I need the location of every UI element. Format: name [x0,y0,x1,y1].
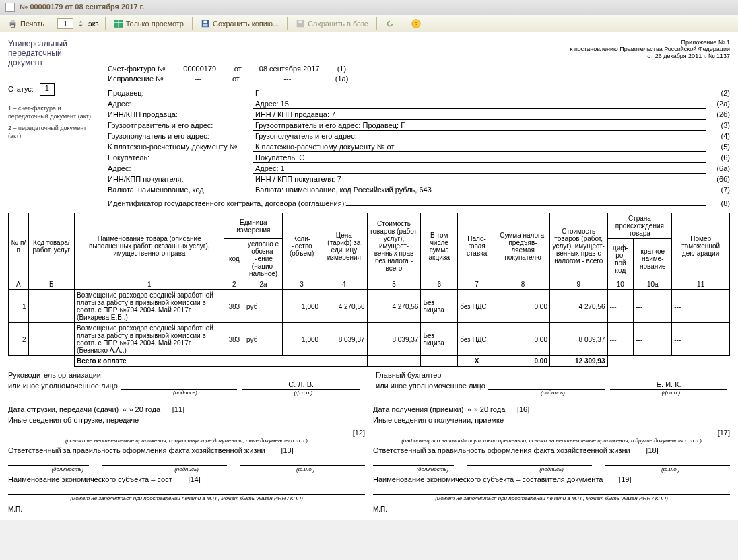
view-only-button[interactable]: Только просмотр [110,18,188,30]
document-body: Универсальный передаточный документ Стат… [0,32,738,520]
save-copy-label: Сохранить копию... [213,20,279,28]
col-excise: В том числе сумма акциза [421,213,458,279]
app-icon [5,3,15,12]
accountant-signature [488,380,605,390]
view-only-label: Только просмотр [126,20,184,28]
buyer-inn-value: ИНН / КПП покупателя: 7 [253,175,706,184]
paydoc-label: К платежно-расчетному документу № [108,143,253,151]
col-rate: Нало- говая ставка [458,213,496,279]
col-price: Цена (тариф) за единицу измерения [321,213,367,279]
col-code: Код товара/ работ, услуг [28,213,74,279]
seller-value: Г [253,89,706,98]
window-titlebar: № 00000179 от 08 сентября 2017 г. [0,0,738,15]
col-tax: Сумма налога, предъяв- ляемая покупателю [496,213,550,279]
seller-label: Продавец: [108,89,253,97]
status-value: 1 [40,83,55,96]
save-copy-button[interactable]: Сохранить копию... [197,18,283,30]
head-signature [121,380,238,390]
refresh-button[interactable] [381,18,399,30]
col-nn: № п/п [9,213,29,279]
currency-label: Валюта: наименование, код [108,186,253,194]
address-value: Адрес: 15 [253,100,706,109]
contract-label: Идентификатор государственного контракта… [108,199,346,207]
invoice-no-label: Счет-фактура № [108,65,166,73]
help-icon: ? [411,19,421,28]
col-decl: Номер таможенной декларации [672,213,730,279]
buyer-value: Покупатель: С [253,153,706,163]
ekz-label: экз. [88,20,101,28]
diskette-icon [201,19,210,28]
paydoc-value: К платежно-расчетному документу № от [253,143,706,152]
print-label: Печать [20,20,44,28]
invoice-no-value: 00000179 [170,65,230,73]
buyer-inn-label: ИНН/КПП покупателя: [108,175,253,183]
spinner-up-down-icon[interactable] [76,19,86,28]
invoice-date: 08 сентября 2017 [246,65,333,73]
col-qty: Коли- чество (объем) [283,213,321,279]
currency-value: Валюта: наименование, код Российский руб… [253,186,706,195]
accountant-title: Главный бухгалтер [376,371,730,379]
left-sidebar: Универсальный передаточный документ Стат… [8,39,102,207]
diskette-db-icon [296,19,305,28]
stamp-place-left: М.П. [8,505,365,513]
total-row: Всего к оплате Х 0,00 12 309,93 [9,356,730,367]
status-footnote-1: 1 – счет-фактура и передаточный документ… [8,105,97,120]
window-title: № 00000179 от 08 сентября 2017 г. [20,3,144,11]
save-db-label: Сохранить в базе [308,20,368,28]
footer-block: Дата отгрузки, передачи (сдачи)« » 20 го… [8,403,730,513]
status-footnote-2: 2 – передаточный документ (акт) [8,125,97,140]
shipper-label: Грузоотправитель и его адрес: [108,121,253,129]
copies-input[interactable] [57,18,73,29]
col-sum: Стоимость товаров (работ, услуг), имущес… [367,213,421,279]
header-block: Приложение № 1 к постановлению Правитель… [102,39,730,207]
print-button[interactable]: Печать [4,18,48,30]
decree-block: Приложение № 1 к постановлению Правитель… [108,39,730,59]
seller-inn-label: ИНН/КПП продавца: [108,110,253,118]
signatures-block: Руководитель организации или иное уполно… [8,371,730,396]
shipper-value: Грузоотправитель и его адрес: Продавец: … [253,121,706,131]
doc-type-title: Универсальный передаточный документ [8,39,97,67]
buyer-label: Покупатель: [108,153,253,162]
head-fio: С. Л. В. [242,380,360,390]
svg-rect-8 [203,24,207,27]
seller-inn-value: ИНН / КПП продавца: 7 [253,110,706,120]
consignee-value: Грузополучатель и его адрес: [253,132,706,141]
help-button[interactable]: ? [407,18,425,30]
col-name: Наименование товара (описание выполненны… [75,213,224,279]
revision-date: --- [244,75,331,83]
buyer-address-label: Адрес: [108,164,253,172]
buyer-address-value: Адрес: 1 [253,164,706,174]
toolbar: Печать экз. Только просмотр Сохранить ко… [0,15,738,32]
table-icon [114,19,123,28]
head-signature-title: Руководитель организации [8,371,362,379]
status-label: Статус: [8,85,34,93]
col-unit: Единица измерения [224,213,283,239]
receipt-column: Дата получения (приемки)« » 20 года[16] … [373,403,730,513]
svg-rect-7 [203,21,207,24]
svg-rect-1 [11,20,14,23]
status-row: Статус: 1 [8,83,97,96]
svg-rect-2 [11,25,14,28]
svg-rect-10 [299,21,302,24]
consignee-label: Грузополучатель и его адрес: [108,132,253,140]
address-label: Адрес: [108,100,253,108]
col-country: Страна происхождения товара [607,213,672,239]
table-row: 2Возмещение расходов средней заработной … [9,323,730,356]
svg-text:?: ? [415,21,418,28]
col-total: Стоимость товаров (работ, услуг), имущес… [549,213,607,279]
table-row: 1Возмещение расходов средней заработной … [9,290,730,323]
shipment-column: Дата отгрузки, передачи (сдачи)« » 20 го… [8,403,365,513]
save-db-button[interactable]: Сохранить в базе [292,18,372,30]
stamp-place-right: М.П. [373,505,730,513]
refresh-icon [385,19,395,28]
items-table: № п/п Код товара/ работ, услуг Наименова… [8,213,730,367]
revision-no: --- [168,75,228,83]
printer-icon [8,19,18,28]
revision-label: Исправление № [108,75,164,83]
accountant-fio: Е. И. К. [610,380,727,390]
